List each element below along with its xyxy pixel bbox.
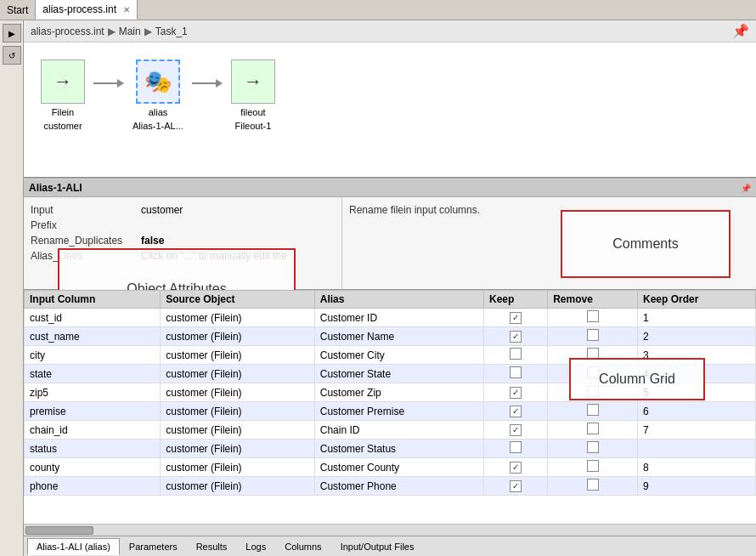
table-row[interactable]: chain_id customer (Filein) Chain ID 7 [25,421,756,440]
keep-checkbox[interactable] [510,331,522,343]
cell-source: customer (Filein) [161,477,315,496]
tab-alias-label: alias-process.int [42,3,116,15]
props-right: Rename filein input columns. Comments [342,197,756,289]
remove-checkbox[interactable] [587,441,599,453]
cell-input: cust_id [25,309,161,327]
comments-box: Comments [561,210,731,278]
fileout-label: fileout [240,107,265,117]
bottom-tab-alias[interactable]: Alias-1-ALI (alias) [27,538,120,555]
cell-alias: Customer Name [314,327,483,346]
col-header-keep: Keep [484,291,548,309]
table-row[interactable]: premise customer (Filein) Customer Premi… [25,402,756,421]
bottom-tab-results[interactable]: Results [187,538,237,555]
prop-input-label: Input [31,204,141,216]
remove-checkbox[interactable] [587,479,599,491]
column-grid-label: Column Grid [599,372,675,387]
keep-checkbox[interactable] [510,348,522,360]
keep-checkbox[interactable] [510,387,522,399]
cell-input: city [25,346,161,365]
cell-keep [484,327,548,346]
cell-input: county [25,458,161,477]
cell-keep [484,440,548,458]
cell-source: customer (Filein) [161,421,315,440]
keep-checkbox[interactable] [510,406,522,417]
props-body: Input customer Prefix Rename_Duplicates … [24,197,756,289]
prop-rename-dup-value: false [141,235,164,247]
table-wrapper[interactable]: Input Column Source Object Alias Keep Re… [24,290,756,524]
main-content: ▶ ↺ alias-process.int ▶ Main ▶ Task_1 📌 … [0,20,756,556]
keep-checkbox[interactable] [510,480,522,492]
cell-keep [484,383,548,402]
keep-checkbox[interactable] [510,424,522,436]
bottom-tab-logs[interactable]: Logs [236,538,275,555]
column-grid-box: Column Grid [569,358,705,400]
cell-order: 7 [637,421,755,440]
tab-close-icon[interactable]: ✕ [123,5,130,14]
cell-alias: Customer Phone [314,477,483,496]
remove-checkbox[interactable] [587,423,599,434]
tab-alias-process[interactable]: alias-process.int ✕ [36,0,138,20]
remove-checkbox[interactable] [587,460,599,472]
remove-checkbox[interactable] [587,404,599,416]
filein-node[interactable]: → Filein customer [41,60,85,131]
table-row[interactable]: phone customer (Filein) Customer Phone 9 [25,477,756,496]
panel-title-bar: Alias-1-ALI 📌 [24,179,756,197]
scroll-thumb[interactable] [25,526,93,535]
play-button[interactable]: ▶ [3,24,21,43]
cell-source: customer (Filein) [161,458,315,477]
cell-source: customer (Filein) [161,402,315,421]
cell-alias: Chain ID [314,421,483,440]
cell-source: customer (Filein) [161,365,315,383]
cell-keep [484,309,548,327]
table-row[interactable]: cust_name customer (Filein) Customer Nam… [25,327,756,346]
cell-alias: Customer County [314,458,483,477]
col-header-remove: Remove [548,291,638,309]
bottom-tab-io-files[interactable]: Input/Output Files [331,538,424,555]
keep-checkbox[interactable] [510,366,522,378]
breadcrumb-file: alias-process.int [31,26,104,37]
fileout-node[interactable]: → fileout Fileout-1 [231,60,275,131]
tab-start[interactable]: Start [0,0,36,20]
alias-icon: 🎭 [136,60,180,104]
bottom-tab-columns[interactable]: Columns [275,538,330,555]
bottom-tab-parameters[interactable]: Parameters [120,538,187,555]
cell-remove [548,421,638,440]
cell-alias: Customer City [314,346,483,365]
col-header-alias: Alias [314,291,483,309]
cell-remove [548,327,638,346]
cell-source: customer (Filein) [161,309,315,327]
keep-checkbox[interactable] [510,312,522,324]
cell-remove [548,477,638,496]
cell-order: 6 [637,402,755,421]
cell-input: status [25,440,161,458]
alias-node[interactable]: 🎭 alias Alias-1-AL... [133,60,183,131]
cell-input: chain_id [25,421,161,440]
cell-source: customer (Filein) [161,383,315,402]
prop-prefix-label: Prefix [31,219,141,231]
properties-panel: Alias-1-ALI 📌 Input customer Prefix [24,179,756,556]
remove-checkbox[interactable] [587,310,599,322]
cell-input: zip5 [25,383,161,402]
table-row[interactable]: status customer (Filein) Customer Status [25,440,756,458]
props-left: Input customer Prefix Rename_Duplicates … [24,197,342,289]
table-row[interactable]: cust_id customer (Filein) Customer ID 1 [25,309,756,327]
tab-start-label: Start [7,4,28,16]
keep-checkbox[interactable] [510,462,522,474]
fileout-icon: → [231,60,275,104]
horizontal-scrollbar[interactable] [24,524,756,536]
remove-checkbox[interactable] [587,329,599,341]
cell-remove [548,458,638,477]
panel-pin-icon[interactable]: 📌 [732,23,749,39]
keep-checkbox[interactable] [510,441,522,453]
refresh-button[interactable]: ↺ [3,46,21,65]
panel-pin-button[interactable]: 📌 [741,184,751,193]
table-row[interactable]: county customer (Filein) Customer County… [25,458,756,477]
grid-container: Input Column Source Object Alias Keep Re… [24,289,756,536]
breadcrumb: alias-process.int ▶ Main ▶ Task_1 📌 [24,20,756,43]
cell-alias: Customer Zip [314,383,483,402]
cell-keep [484,346,548,365]
col-header-source: Source Object [161,291,315,309]
cell-order: 8 [637,458,755,477]
flow-diagram: → Filein customer 🎭 alias Alias-1-AL... [24,43,756,179]
bottom-tabs: Alias-1-ALI (alias) Parameters Results L… [24,536,756,556]
